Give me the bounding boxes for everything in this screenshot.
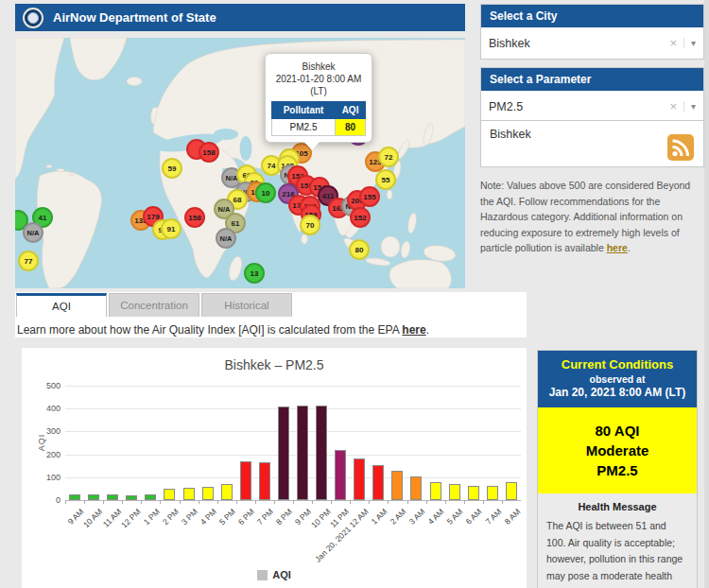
x-label: 7 AM <box>483 507 503 527</box>
bar-slot <box>179 386 198 500</box>
x-tick <box>293 500 294 504</box>
x-tick <box>160 500 161 504</box>
map-marker-70[interactable]: 70 <box>300 215 320 235</box>
land-greenland <box>70 38 127 80</box>
tab-aqi[interactable]: AQI <box>16 293 107 317</box>
city-select[interactable]: Bishkek × ▾ <box>481 27 703 59</box>
bar-8-pm[interactable] <box>278 406 289 500</box>
parameter-caret-icon[interactable]: ▾ <box>683 101 696 112</box>
parameter-select[interactable]: PM2.5 × ▾ <box>481 91 703 122</box>
world-map[interactable]: 41N/A7713817997911581585974N/A6899N/A106… <box>15 38 465 288</box>
city-caret-icon[interactable]: ▾ <box>683 38 696 48</box>
note-here-link[interactable]: here <box>607 242 628 253</box>
legend-swatch <box>257 570 268 580</box>
x-label: 8 PM <box>274 507 294 527</box>
bar-7-am[interactable] <box>487 486 498 500</box>
tooltip-timezone: (LT) <box>271 85 366 97</box>
map-marker-152[interactable]: 152 <box>350 207 371 228</box>
health-message-title: Health Message <box>546 501 688 512</box>
tooltip-pollutant-value: PM2.5 <box>272 119 336 136</box>
land-sulawesi <box>400 240 411 258</box>
bar-slot <box>369 386 388 500</box>
x-label: 8 AM <box>502 507 522 527</box>
chart-plot-area: 0100200300400500 <box>65 386 521 500</box>
bar-4-pm[interactable] <box>202 487 214 500</box>
bar-2-pm[interactable] <box>164 489 175 500</box>
tooltip-datetime: 2021-01-20 8:00 AM <box>271 73 366 85</box>
epa-here-link[interactable]: here <box>402 323 425 337</box>
bar-5-am[interactable] <box>449 484 460 500</box>
map-marker-158[interactable]: 158 <box>199 142 219 163</box>
map-marker-na[interactable]: N/A <box>216 228 236 249</box>
bar-5-pm[interactable] <box>221 484 233 500</box>
x-label: 7 PM <box>255 507 275 527</box>
bar-slot <box>464 386 483 500</box>
bar-3-am[interactable] <box>410 476 422 500</box>
map-marker-77[interactable]: 77 <box>18 251 39 271</box>
bar-slot <box>65 386 84 500</box>
tooltip-arrow <box>303 141 320 150</box>
bar-slot <box>274 386 293 500</box>
x-label: 5 AM <box>445 507 465 527</box>
bar-slot <box>293 386 312 500</box>
x-tick <box>483 500 484 504</box>
bar-11-pm[interactable] <box>335 450 346 500</box>
map-marker-na[interactable]: N/A <box>23 222 43 243</box>
bar-slot <box>103 386 122 500</box>
y-tick-100: 100 <box>46 473 61 482</box>
current-aqi-category: Moderate <box>542 441 693 460</box>
city-select-panel: Select a City Bishkek × ▾ <box>480 4 704 60</box>
x-label: 1 AM <box>370 507 389 527</box>
parameter-clear-icon[interactable]: × <box>663 99 683 113</box>
health-message-text: The AQI is between 51 and 100. Air quali… <box>546 518 688 588</box>
map-marker-155[interactable]: 155 <box>359 186 380 207</box>
tab-concentration[interactable]: Concentration <box>109 293 199 317</box>
bar-9-pm[interactable] <box>297 406 308 500</box>
rss-icon[interactable] <box>667 134 694 161</box>
bar-6-pm[interactable] <box>240 461 251 500</box>
page-scrollbar[interactable] <box>704 0 709 588</box>
tooltip-city: Bishkek <box>271 61 366 73</box>
map-marker-158[interactable]: 158 <box>184 207 205 228</box>
bar-1-pm[interactable] <box>145 494 156 500</box>
map-marker-55[interactable]: 55 <box>375 169 396 190</box>
x-label: 4 PM <box>199 507 218 527</box>
land-madagascar <box>227 255 244 282</box>
bar-1-am[interactable] <box>372 465 384 501</box>
tab-historical[interactable]: Historical <box>201 293 292 317</box>
current-conditions-title: Current Conditions <box>542 357 693 372</box>
map-marker-10[interactable]: 10 <box>255 182 276 203</box>
city-clear-icon[interactable]: × <box>663 36 683 50</box>
bar-jan-20-2021-12-am[interactable] <box>354 458 365 500</box>
rss-city-label: Bishkek <box>490 128 695 141</box>
bar-2-am[interactable] <box>391 471 403 500</box>
map-marker-59[interactable]: 59 <box>162 158 182 179</box>
bar-4-am[interactable] <box>430 482 441 500</box>
bar-6-am[interactable] <box>468 486 479 500</box>
x-tick <box>65 500 66 504</box>
map-marker-72[interactable]: 72 <box>378 147 399 167</box>
bar-10-pm[interactable] <box>316 406 327 500</box>
land-borneo <box>381 236 400 257</box>
x-label: 3 AM <box>407 507 427 527</box>
chart-legend[interactable]: AQI <box>22 569 527 580</box>
bar-10-am[interactable] <box>88 494 99 500</box>
x-tick <box>369 500 370 504</box>
map-marker-80[interactable]: 80 <box>349 239 370 260</box>
x-tick <box>103 500 104 504</box>
current-conditions-header: Current Conditions observed at Jan 20, 2… <box>538 351 697 407</box>
map-marker-91[interactable]: 91 <box>161 218 182 239</box>
current-aqi-block: 80 AQI Moderate PM2.5 <box>538 407 697 493</box>
tooltip-table: Pollutant AQI PM2.5 80 <box>271 101 366 136</box>
x-tick <box>426 500 427 504</box>
bar-12-pm[interactable] <box>126 495 137 500</box>
land-taiwan <box>387 190 392 199</box>
x-label: 6 PM <box>236 507 256 527</box>
bar-8-am[interactable] <box>506 482 517 500</box>
bar-3-pm[interactable] <box>183 488 195 500</box>
map-marker-13[interactable]: 13 <box>244 263 265 284</box>
bar-7-pm[interactable] <box>259 462 270 500</box>
bar-11-am[interactable] <box>107 494 118 500</box>
bar-9-am[interactable] <box>69 494 80 500</box>
tooltip-col-pollutant: Pollutant <box>272 102 336 119</box>
